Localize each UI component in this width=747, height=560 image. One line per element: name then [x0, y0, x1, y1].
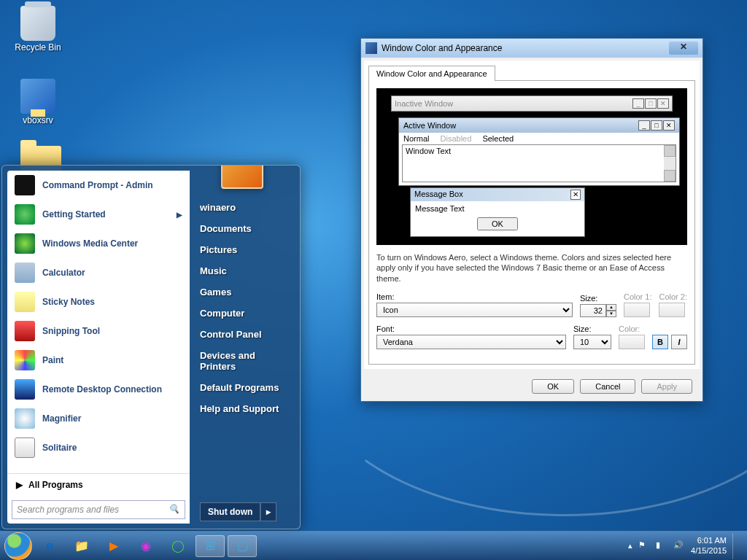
item-label: Item:: [376, 292, 573, 301]
program-magnifier[interactable]: Magnifier: [7, 404, 190, 433]
italic-button[interactable]: I: [671, 335, 687, 349]
desktop-icon-vboxsrv[interactable]: vboxsrv: [10, 79, 66, 125]
dialog-buttons: OK Cancel Apply: [361, 372, 703, 401]
taskbar-media-player[interactable]: ▶: [99, 535, 128, 557]
clock[interactable]: 6:01 AM 4/15/2015: [691, 536, 727, 555]
app-icon: ⊞: [206, 539, 215, 553]
program-remote-desktop[interactable]: Remote Desktop Connection: [7, 375, 190, 404]
link-computer[interactable]: Computer: [200, 308, 290, 319]
show-desktop-button[interactable]: [732, 533, 738, 559]
program-solitaire[interactable]: Solitaire: [7, 433, 190, 462]
all-programs-label: All Programs: [28, 480, 83, 490]
bold-button[interactable]: B: [652, 335, 668, 349]
menu-disabled: Disabled: [441, 134, 472, 143]
msgbox-body: Message Text OK: [411, 201, 584, 236]
clock-time: 6:01 AM: [691, 536, 727, 545]
font-color-field: Color:: [619, 324, 645, 349]
shutdown-button[interactable]: Shut down: [200, 502, 260, 521]
taskbar-app-2[interactable]: ▢: [228, 535, 257, 557]
font-label: Font:: [376, 324, 566, 333]
search-input[interactable]: Search programs and files🔍: [12, 500, 185, 519]
start-menu: Command Prompt - Admin Getting Started▶ …: [1, 165, 301, 529]
program-label: Paint: [42, 355, 63, 365]
size2-select[interactable]: 10: [573, 335, 611, 349]
close-icon: ✕: [663, 120, 675, 131]
preview-message-box: Message Box ✕ Message Text OK: [410, 187, 585, 237]
network-icon[interactable]: ▮: [656, 540, 667, 552]
chrome-icon: ◯: [171, 539, 185, 553]
close-icon: ✕: [570, 190, 581, 200]
close-button[interactable]: ✕: [669, 42, 698, 55]
active-title: Active Window: [403, 121, 456, 130]
taskbar-app-1[interactable]: ⊞: [196, 535, 225, 557]
spin-down-icon[interactable]: ▼: [606, 311, 616, 317]
msgbox-title: Message Box: [414, 190, 463, 200]
start-menu-right-pane: winaero Documents Pictures Music Games C…: [190, 166, 300, 529]
desktop-icon-recycle-bin[interactable]: Recycle Bin: [10, 6, 66, 52]
size1-spinner[interactable]: ▲▼: [580, 304, 616, 317]
user-picture[interactable]: [221, 165, 263, 189]
link-default-programs[interactable]: Default Programs: [200, 382, 290, 393]
taskbar: e 📁 ▶ ◉ ◯ ⊞ ▢ ▴ ⚑ ▮ 🔊 6:01 AM 4/15/2015: [0, 531, 747, 560]
link-control-panel[interactable]: Control Panel: [200, 329, 290, 340]
taskbar-chrome[interactable]: ◯: [163, 535, 193, 557]
program-sticky-notes[interactable]: Sticky Notes: [7, 287, 190, 316]
preview-inactive-window: Inactive Window _□✕: [391, 96, 673, 112]
preview-textarea: Window Text: [402, 144, 676, 182]
maximize-icon: □: [645, 98, 657, 109]
link-devices-printers[interactable]: Devices and Printers: [200, 350, 290, 372]
tab-window-color[interactable]: Window Color and Appearance: [368, 66, 495, 81]
font-field: Font: Verdana: [376, 324, 566, 349]
program-command-prompt[interactable]: Command Prompt - Admin: [7, 171, 190, 200]
link-games[interactable]: Games: [200, 287, 290, 298]
start-button[interactable]: [4, 532, 32, 560]
dialog-titlebar[interactable]: Window Color and Appearance ✕: [361, 39, 703, 58]
shutdown-options-button[interactable]: ▸: [260, 502, 276, 521]
link-pictures[interactable]: Pictures: [200, 244, 290, 255]
flag-icon[interactable]: ⚑: [638, 540, 650, 552]
show-hidden-icon[interactable]: ▴: [628, 541, 632, 551]
program-snipping-tool[interactable]: Snipping Tool: [7, 316, 190, 346]
program-label: Command Prompt - Admin: [42, 180, 153, 190]
msgbox-titlebar: Message Box ✕: [411, 188, 584, 201]
taskbar-ie[interactable]: e: [35, 535, 64, 557]
scrollbar: [664, 145, 676, 182]
menu-selected: Selected: [482, 134, 514, 143]
solitaire-icon: [15, 438, 35, 458]
ok-button[interactable]: OK: [532, 379, 574, 394]
program-label: Remote Desktop Connection: [42, 384, 162, 394]
font-color-label: Color:: [619, 324, 645, 333]
cancel-button[interactable]: Cancel: [580, 379, 635, 394]
link-music[interactable]: Music: [200, 265, 290, 276]
recycle-bin-icon: [20, 6, 55, 41]
taskbar-games[interactable]: ◉: [131, 535, 160, 557]
program-media-center[interactable]: Windows Media Center: [7, 229, 190, 258]
window-buttons: _□✕: [632, 98, 669, 109]
volume-icon[interactable]: 🔊: [673, 540, 685, 552]
font-select[interactable]: Verdana: [376, 335, 566, 349]
size2-field: Size: 10: [573, 324, 611, 349]
color2-field: Color 2:: [659, 292, 687, 317]
preview-area: Inactive Window _□✕ Active Window _□✕ No…: [376, 88, 687, 245]
link-user[interactable]: winaero: [200, 202, 290, 213]
size1-field: Size: ▲▼: [580, 294, 616, 317]
link-help-support[interactable]: Help and Support: [200, 403, 290, 414]
size1-label: Size:: [580, 294, 616, 303]
program-label: Solitaire: [42, 443, 77, 453]
link-documents[interactable]: Documents: [200, 223, 290, 234]
program-paint[interactable]: Paint: [7, 346, 190, 375]
spin-up-icon[interactable]: ▲: [606, 304, 616, 311]
item-select[interactable]: Icon: [376, 303, 573, 317]
dialog-title: Window Color and Appearance: [382, 43, 502, 53]
program-getting-started[interactable]: Getting Started▶: [7, 200, 190, 229]
msgbox-ok-button: OK: [477, 217, 518, 230]
calculator-icon: [15, 262, 35, 283]
program-label: Windows Media Center: [42, 238, 138, 249]
chevron-right-icon: ▶: [16, 480, 23, 490]
clock-date: 4/15/2015: [691, 546, 727, 556]
size1-input[interactable]: [580, 304, 606, 317]
program-calculator[interactable]: Calculator: [7, 258, 190, 287]
taskbar-explorer[interactable]: 📁: [67, 535, 96, 557]
all-programs[interactable]: ▶All Programs: [7, 473, 190, 496]
size2-label: Size:: [573, 324, 611, 333]
